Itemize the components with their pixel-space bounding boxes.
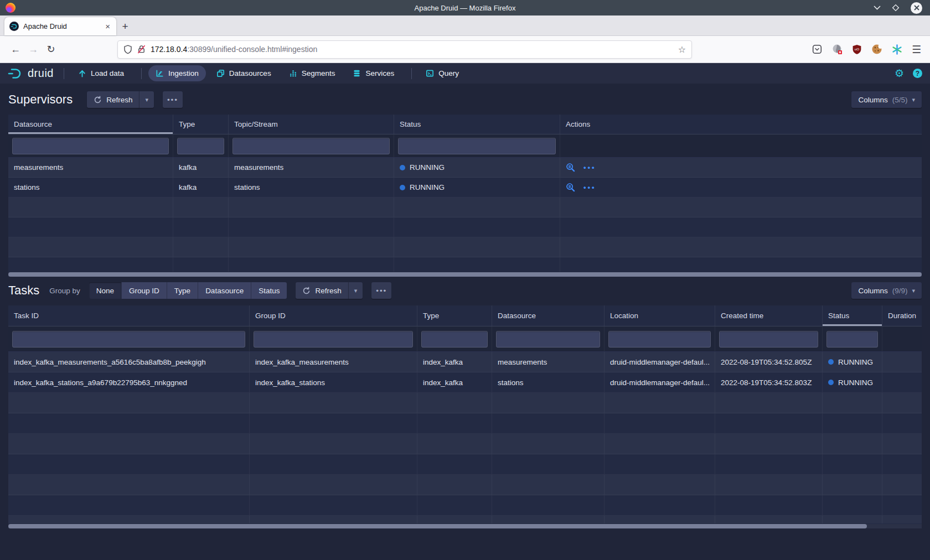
ublock-icon[interactable]: uO: [852, 44, 862, 55]
filter-group-id-input[interactable]: [254, 331, 413, 348]
asterisk-extension-icon[interactable]: [892, 44, 902, 55]
header-topic-stream[interactable]: Topic/Stream: [229, 115, 394, 134]
task-row[interactable]: index_kafka_stations_a9a679b22795b63_nnk…: [8, 372, 922, 393]
filter-created-time-input[interactable]: [719, 331, 818, 348]
extension-disabled-icon[interactable]: [831, 44, 843, 55]
tab-close-icon[interactable]: ×: [104, 22, 111, 31]
status-text: RUNNING: [838, 378, 873, 387]
nav-divider: [411, 68, 412, 79]
filter-status-input[interactable]: [826, 331, 878, 348]
supervisors-refresh-caret-button[interactable]: ▾: [139, 91, 154, 108]
cookie-icon[interactable]: [871, 44, 882, 55]
window-maximize-icon[interactable]: [892, 4, 900, 12]
nav-item-segments[interactable]: Segments: [282, 65, 343, 81]
window-close-icon[interactable]: [911, 2, 922, 14]
supervisors-table-header: Datasource Type Topic/Stream Status Acti…: [8, 115, 922, 134]
reload-icon[interactable]: ↻: [42, 40, 60, 58]
nav-item-datasources[interactable]: Datasources: [209, 65, 278, 81]
supervisors-more-button[interactable]: •••: [163, 91, 183, 108]
header-location[interactable]: Location: [604, 305, 715, 326]
menu-hamburger-icon[interactable]: ☰: [912, 43, 921, 56]
new-tab-button[interactable]: +: [116, 17, 134, 35]
row-more-actions-icon[interactable]: •••: [583, 163, 596, 172]
header-duration[interactable]: Duration: [882, 305, 922, 326]
insecure-lock-icon[interactable]: [137, 45, 146, 54]
header-status[interactable]: Status: [394, 115, 560, 134]
filter-status-input[interactable]: [398, 138, 556, 154]
header-created-time[interactable]: Created time: [715, 305, 823, 326]
empty-row: [8, 198, 922, 217]
nav-item-ingestion[interactable]: Ingestion: [148, 65, 206, 81]
tasks-toolbar: Tasks Group by None Group ID Type Dataso…: [8, 282, 922, 299]
columns-label: Columns: [858, 96, 887, 104]
supervisor-row[interactable]: measurements kafka measurements RUNNING: [8, 158, 922, 178]
scrollbar-thumb[interactable]: [8, 272, 922, 277]
tasks-columns-button[interactable]: Columns (9/9) ▾: [851, 282, 922, 299]
url-bar[interactable]: 172.18.0.4:30899/unified-console.html#in…: [117, 40, 692, 59]
nav-item-services[interactable]: Services: [345, 65, 401, 81]
tasks-horizontal-scrollbar[interactable]: [8, 524, 922, 528]
nav-item-load-data[interactable]: Load data: [71, 65, 131, 81]
header-datasource[interactable]: Datasource: [8, 115, 173, 134]
supervisors-columns-button[interactable]: Columns (5/5) ▾: [851, 91, 922, 108]
help-icon[interactable]: ?: [913, 69, 922, 78]
header-datasource[interactable]: Datasource: [492, 305, 604, 326]
supervisor-row[interactable]: stations kafka stations RUNNING •••: [8, 178, 922, 198]
group-by-button-group: None Group ID Type Datasource Status: [89, 282, 287, 299]
bookmark-star-icon[interactable]: ☆: [678, 44, 686, 55]
detail-search-icon[interactable]: [566, 163, 575, 172]
window-minimize-icon[interactable]: [874, 6, 881, 10]
druid-brand[interactable]: druid: [8, 67, 54, 80]
header-group-id[interactable]: Group ID: [250, 305, 417, 326]
empty-row: [8, 434, 922, 454]
cell-location: druid-middlemanager-defaul...: [604, 372, 715, 392]
cell-status: RUNNING: [823, 352, 882, 372]
group-by-type-button[interactable]: Type: [167, 282, 198, 299]
filter-type-input[interactable]: [177, 138, 224, 154]
group-by-label: Group by: [49, 287, 80, 295]
back-icon[interactable]: ←: [7, 40, 24, 58]
tasks-refresh-caret-button[interactable]: ▾: [348, 282, 363, 299]
cell-topic: measurements: [229, 158, 394, 177]
forward-icon[interactable]: →: [24, 40, 42, 58]
filter-location-input[interactable]: [608, 331, 711, 348]
header-task-id[interactable]: Task ID: [8, 305, 250, 326]
supervisors-horizontal-scrollbar[interactable]: [8, 272, 922, 277]
group-by-none-button[interactable]: None: [89, 282, 122, 299]
scrollbar-thumb[interactable]: [8, 524, 867, 528]
cell-status: RUNNING: [394, 178, 560, 197]
filter-datasource-input[interactable]: [12, 138, 169, 154]
tracking-shield-icon[interactable]: [123, 45, 132, 54]
task-row[interactable]: index_kafka_measurements_a5616c5ba8afb8b…: [8, 352, 922, 372]
cell-task-id: index_kafka_measurements_a5616c5ba8afb8b…: [8, 352, 250, 372]
filter-datasource-input[interactable]: [496, 331, 600, 348]
nav-item-query[interactable]: Query: [418, 65, 466, 81]
cell-status: RUNNING: [823, 372, 882, 392]
url-text[interactable]: 172.18.0.4:30899/unified-console.html#in…: [151, 45, 317, 54]
group-by-status-button[interactable]: Status: [251, 282, 287, 299]
url-host: 172.18.0.4: [151, 45, 187, 54]
row-more-actions-icon[interactable]: •••: [583, 183, 596, 191]
header-type[interactable]: Type: [417, 305, 492, 326]
empty-row: [8, 413, 922, 434]
browser-tab[interactable]: Apache Druid ×: [4, 17, 116, 35]
pocket-icon[interactable]: [812, 44, 822, 54]
detail-search-icon[interactable]: [566, 183, 575, 192]
group-by-datasource-button[interactable]: Datasource: [198, 282, 251, 299]
header-status[interactable]: Status: [823, 305, 882, 326]
columns-label: Columns: [858, 287, 887, 295]
group-by-group-id-button[interactable]: Group ID: [122, 282, 167, 299]
running-status-dot: [400, 165, 405, 170]
cell-actions: •••: [560, 178, 922, 197]
status-text: RUNNING: [410, 183, 445, 191]
supervisors-refresh-button[interactable]: Refresh: [87, 91, 139, 108]
filter-topic-input[interactable]: [232, 138, 390, 154]
header-type[interactable]: Type: [173, 115, 229, 134]
tasks-refresh-button[interactable]: Refresh: [296, 282, 348, 299]
settings-gear-icon[interactable]: ⚙: [895, 68, 904, 79]
filter-type-input[interactable]: [421, 331, 488, 348]
window-titlebar: Apache Druid — Mozilla Firefox: [0, 0, 930, 15]
tasks-more-button[interactable]: •••: [371, 282, 391, 299]
filter-task-id-input[interactable]: [12, 331, 245, 348]
chevron-down-icon: ▾: [912, 287, 915, 294]
